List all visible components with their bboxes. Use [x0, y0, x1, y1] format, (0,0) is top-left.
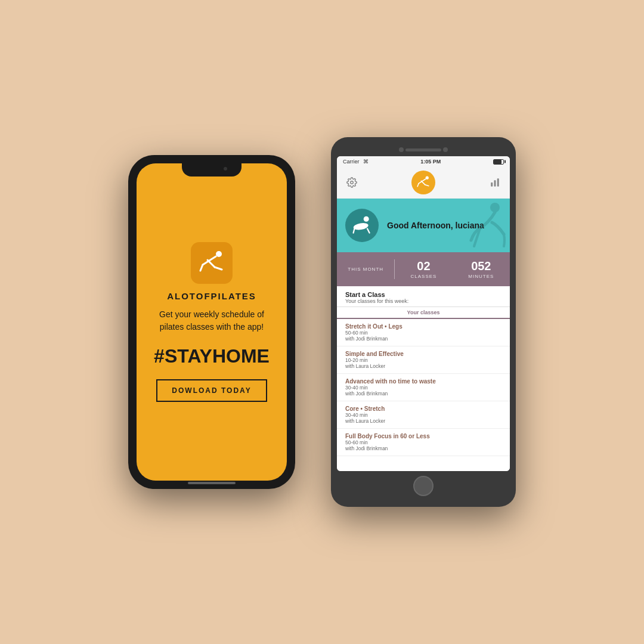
class-instructor: with Jodi Brinkman	[345, 336, 501, 342]
class-list-item[interactable]: Stretch it Out • Legs 50-60 min with Jod…	[337, 319, 510, 346]
svg-line-3	[200, 265, 203, 271]
background-figure	[462, 199, 510, 252]
svg-point-5	[351, 181, 354, 184]
avatar-icon-svg	[351, 215, 373, 236]
class-name: Core • Stretch	[345, 405, 501, 412]
svg-point-6	[426, 177, 429, 179]
minutes-stat: 052 MINUTES	[453, 259, 510, 279]
header-logo-svg	[416, 175, 431, 190]
class-instructor: with Jodi Brinkman	[345, 445, 501, 451]
this-month-stat: THIS MONTH	[337, 259, 395, 279]
carrier-info: Carrier ⌘	[343, 159, 369, 165]
your-classes-label: Your classes	[337, 306, 510, 319]
home-indicator	[188, 482, 236, 484]
stats-chart-icon[interactable]	[488, 176, 501, 189]
settings-icon[interactable]	[345, 176, 358, 189]
wifi-icon: ⌘	[363, 159, 369, 165]
minutes-label: MINUTES	[468, 274, 494, 279]
this-month-label: THIS MONTH	[348, 267, 383, 272]
start-subtitle: Your classes for this week:	[345, 298, 501, 304]
svg-line-10	[425, 185, 429, 186]
class-list-item[interactable]: Simple and Effective 10-20 min with Laur…	[337, 346, 510, 374]
svg-line-4	[215, 267, 222, 270]
battery-icon	[493, 159, 504, 165]
home-button[interactable]	[413, 476, 434, 496]
right-phone: Carrier ⌘ 1:05 PM	[331, 137, 516, 507]
hero-banner: Good Afternoon, luciana	[337, 199, 510, 252]
start-title: Start a Class	[345, 291, 501, 298]
svg-line-16	[354, 228, 355, 233]
svg-point-14	[364, 216, 369, 222]
notch	[182, 163, 242, 177]
front-camera-2	[443, 147, 448, 152]
class-duration: 50-60 min	[345, 330, 501, 336]
class-duration: 30-40 min	[345, 385, 501, 391]
minutes-value: 052	[471, 259, 491, 273]
time-display: 1:05 PM	[420, 159, 441, 165]
status-icons	[493, 159, 504, 165]
svg-line-17	[367, 228, 370, 233]
svg-rect-12	[494, 180, 496, 187]
svg-point-15	[353, 222, 369, 231]
left-phone: ALOTOFPILATES Get your weekly schedule o…	[128, 155, 295, 489]
carrier-text: Carrier	[343, 159, 360, 165]
front-camera	[399, 147, 404, 152]
class-duration: 50-60 min	[345, 439, 501, 445]
download-button[interactable]: DOWLOAD TODAY	[156, 379, 267, 402]
class-list-item[interactable]: Core • Stretch 30-40 min with Laura Lock…	[337, 401, 510, 429]
class-instructor: with Jodi Brinkman	[345, 391, 501, 397]
svg-line-8	[421, 181, 425, 184]
class-name: Advanced with no time to waste	[345, 378, 501, 385]
left-screen: ALOTOFPILATES Get your weekly schedule o…	[137, 163, 287, 481]
class-name: Simple and Effective	[345, 351, 501, 357]
app-icon	[191, 242, 233, 284]
class-instructor: with Laura Locker	[345, 363, 501, 369]
start-section: Start a Class Your classes for this week…	[337, 286, 510, 306]
class-name: Stretch it Out • Legs	[345, 323, 501, 330]
app-container: ALOTOFPILATES Get your weekly schedule o…	[128, 137, 516, 507]
classes-value: 02	[417, 259, 430, 273]
user-avatar	[345, 209, 379, 242]
svg-point-0	[216, 251, 222, 257]
tagline-text: Get your weekly schedule of pilates clas…	[148, 308, 275, 333]
app-name-label: ALOTOFPILATES	[167, 291, 256, 301]
class-name: Full Body Focus in 60 or Less	[345, 433, 501, 439]
phone-top-bar	[337, 145, 510, 154]
hashtag-text: #STAYHOME	[154, 345, 270, 367]
camera-dot	[224, 167, 227, 171]
app-header	[337, 167, 510, 199]
figure-svg	[462, 199, 510, 252]
svg-rect-11	[491, 182, 493, 187]
status-bar: Carrier ⌘ 1:05 PM	[337, 156, 510, 167]
stats-bar: THIS MONTH 02 CLASSES 052 MINUTES	[337, 252, 510, 286]
class-list: Stretch it Out • Legs 50-60 min with Jod…	[337, 319, 510, 471]
earpiece-speaker	[405, 148, 441, 151]
pilates-icon-svg	[197, 248, 227, 278]
class-duration: 30-40 min	[345, 412, 501, 418]
svg-line-2	[208, 260, 215, 267]
class-duration: 10-20 min	[345, 357, 501, 363]
classes-stat: 02 CLASSES	[395, 259, 452, 279]
svg-rect-13	[497, 178, 499, 187]
class-list-item[interactable]: Full Body Focus in 60 or Less 50-60 min …	[337, 429, 510, 456]
svg-line-9	[417, 184, 419, 187]
class-list-item[interactable]: Advanced with no time to waste 30-40 min…	[337, 374, 510, 401]
header-logo	[411, 171, 435, 194]
classes-label: CLASSES	[411, 274, 437, 279]
battery-fill	[494, 160, 501, 164]
class-instructor: with Laura Locker	[345, 418, 501, 424]
right-screen: Carrier ⌘ 1:05 PM	[337, 156, 510, 471]
